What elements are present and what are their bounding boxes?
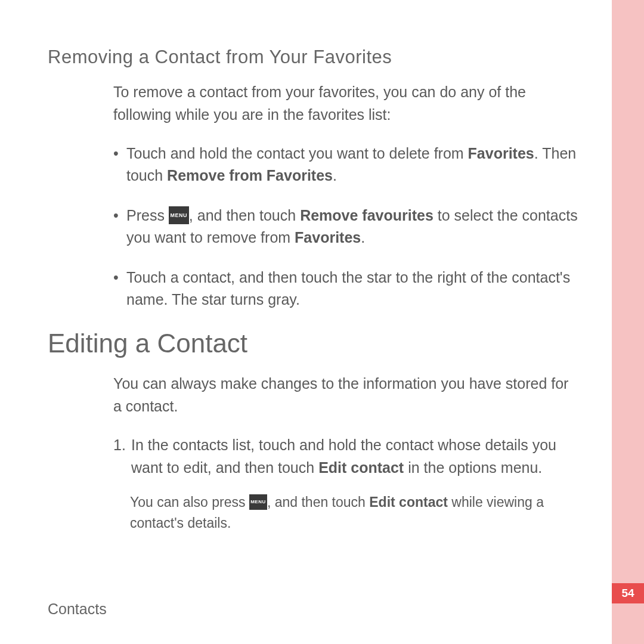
text-fragment: , and then touch — [189, 207, 300, 224]
bold-text: Edit contact — [369, 494, 448, 510]
section2-note: You can also press MENU, and then touch … — [130, 492, 580, 533]
section2-steps: In the contacts list, touch and hold the… — [113, 434, 580, 479]
bullet-item: Touch a contact, and then touch the star… — [113, 267, 580, 311]
text-fragment: , and then touch — [267, 494, 369, 510]
text-fragment: You can also press — [130, 494, 249, 510]
text-fragment: in the options menu. — [404, 459, 542, 476]
page-content: Removing a Contact from Your Favorites T… — [0, 0, 612, 533]
section-heading-removing: Removing a Contact from Your Favorites — [48, 47, 580, 68]
text-fragment: Touch and hold the contact you want to d… — [126, 145, 468, 162]
section2-intro: You can always make changes to the infor… — [113, 373, 580, 417]
section1-intro: To remove a contact from your favorites,… — [113, 81, 580, 126]
bullet-item: Press MENU, and then touch Remove favour… — [113, 205, 580, 249]
side-accent-bar — [612, 0, 644, 644]
text-fragment: . — [333, 167, 337, 184]
text-fragment: . — [361, 229, 365, 246]
section1-bullets: Touch and hold the contact you want to d… — [113, 143, 580, 311]
bold-text: Favorites — [295, 229, 361, 246]
menu-icon: MENU — [249, 494, 267, 510]
bold-text: Edit contact — [318, 459, 404, 476]
bold-text: Remove from Favorites — [167, 167, 333, 184]
bold-text: Remove favourites — [300, 207, 434, 224]
bullet-item: Touch and hold the contact you want to d… — [113, 143, 580, 187]
step-item: In the contacts list, touch and hold the… — [113, 434, 580, 479]
text-fragment: Press — [126, 207, 169, 224]
section-heading-editing: Editing a Contact — [48, 329, 580, 358]
menu-icon: MENU — [169, 206, 189, 224]
page-number-badge: 54 — [612, 583, 644, 603]
bold-text: Favorites — [468, 145, 534, 162]
footer-section-label: Contacts — [48, 600, 107, 618]
